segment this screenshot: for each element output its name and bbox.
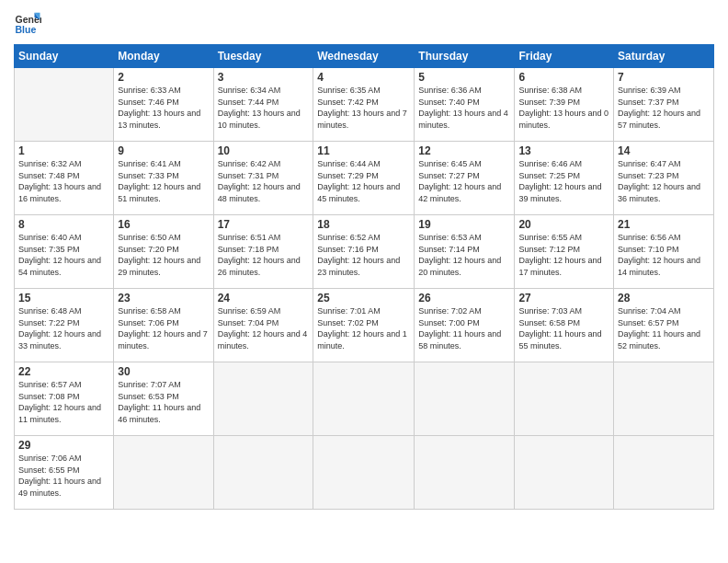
day-info: Sunrise: 6:46 AM Sunset: 7:25 PM Dayligh… (518, 158, 609, 204)
calendar-cell: 21Sunrise: 6:56 AM Sunset: 7:10 PM Dayli… (614, 215, 714, 289)
calendar-week-2: 8Sunrise: 6:40 AM Sunset: 7:35 PM Daylig… (15, 215, 714, 289)
header: General Blue (14, 9, 714, 37)
calendar-cell (15, 68, 114, 142)
day-info: Sunrise: 6:33 AM Sunset: 7:46 PM Dayligh… (118, 85, 209, 131)
day-header-friday: Friday (515, 45, 614, 68)
day-number: 21 (618, 218, 710, 231)
day-number: 25 (317, 292, 410, 304)
calendar-cell: 30Sunrise: 7:07 AM Sunset: 6:53 PM Dayli… (114, 362, 213, 436)
day-info: Sunrise: 6:48 AM Sunset: 7:22 PM Dayligh… (18, 305, 109, 351)
day-number: 22 (18, 365, 109, 378)
day-header-saturday: Saturday (614, 45, 714, 68)
calendar-week-1: 1Sunrise: 6:32 AM Sunset: 7:48 PM Daylig… (15, 142, 714, 215)
day-number: 19 (418, 218, 510, 231)
day-info: Sunrise: 6:34 AM Sunset: 7:44 PM Dayligh… (218, 85, 310, 131)
day-number: 13 (518, 144, 609, 157)
day-info: Sunrise: 6:38 AM Sunset: 7:39 PM Dayligh… (518, 85, 609, 131)
calendar-cell (614, 436, 714, 510)
calendar-cell: 27Sunrise: 7:03 AM Sunset: 6:58 PM Dayli… (515, 289, 614, 362)
day-number: 20 (518, 218, 609, 231)
day-info: Sunrise: 6:47 AM Sunset: 7:23 PM Dayligh… (618, 158, 710, 204)
calendar-cell: 1Sunrise: 6:32 AM Sunset: 7:48 PM Daylig… (15, 142, 114, 215)
day-info: Sunrise: 7:03 AM Sunset: 6:58 PM Dayligh… (518, 305, 609, 351)
calendar-cell (515, 436, 614, 510)
calendar-table: SundayMondayTuesdayWednesdayThursdayFrid… (14, 44, 714, 510)
calendar-cell: 7Sunrise: 6:39 AM Sunset: 7:37 PM Daylig… (614, 68, 714, 142)
day-info: Sunrise: 6:59 AM Sunset: 7:04 PM Dayligh… (218, 305, 310, 351)
day-info: Sunrise: 6:36 AM Sunset: 7:40 PM Dayligh… (418, 85, 510, 131)
day-info: Sunrise: 6:35 AM Sunset: 7:42 PM Dayligh… (317, 85, 410, 131)
day-number: 6 (518, 71, 609, 84)
day-number: 9 (118, 144, 209, 157)
day-info: Sunrise: 6:41 AM Sunset: 7:33 PM Dayligh… (118, 158, 209, 204)
main-container: General Blue SundayMondayTuesdayWednesda… (0, 0, 728, 563)
calendar-cell (313, 362, 415, 436)
calendar-cell: 26Sunrise: 7:02 AM Sunset: 7:00 PM Dayli… (415, 289, 515, 362)
day-info: Sunrise: 6:56 AM Sunset: 7:10 PM Dayligh… (618, 232, 710, 278)
day-info: Sunrise: 7:01 AM Sunset: 7:02 PM Dayligh… (317, 305, 410, 351)
day-info: Sunrise: 6:55 AM Sunset: 7:12 PM Dayligh… (518, 232, 609, 278)
calendar-cell (415, 436, 515, 510)
calendar-cell (313, 436, 415, 510)
calendar-cell: 18Sunrise: 6:52 AM Sunset: 7:16 PM Dayli… (313, 215, 415, 289)
day-number: 14 (618, 144, 710, 157)
calendar-cell: 3Sunrise: 6:34 AM Sunset: 7:44 PM Daylig… (213, 68, 313, 142)
day-number: 16 (118, 218, 209, 231)
calendar-cell: 28Sunrise: 7:04 AM Sunset: 6:57 PM Dayli… (614, 289, 714, 362)
day-number: 30 (118, 365, 209, 378)
calendar-cell (213, 436, 313, 510)
day-info: Sunrise: 6:44 AM Sunset: 7:29 PM Dayligh… (317, 158, 410, 204)
day-number: 23 (118, 292, 209, 304)
day-number: 24 (218, 292, 310, 304)
day-number: 26 (418, 292, 510, 304)
calendar-cell: 12Sunrise: 6:45 AM Sunset: 7:27 PM Dayli… (415, 142, 515, 215)
day-info: Sunrise: 6:32 AM Sunset: 7:48 PM Dayligh… (18, 158, 109, 204)
day-number: 4 (317, 71, 410, 84)
day-info: Sunrise: 7:06 AM Sunset: 6:55 PM Dayligh… (18, 453, 109, 499)
calendar-week-0: 2Sunrise: 6:33 AM Sunset: 7:46 PM Daylig… (15, 68, 714, 142)
day-header-thursday: Thursday (415, 45, 515, 68)
calendar-cell: 20Sunrise: 6:55 AM Sunset: 7:12 PM Dayli… (515, 215, 614, 289)
calendar-cell: 24Sunrise: 6:59 AM Sunset: 7:04 PM Dayli… (213, 289, 313, 362)
day-info: Sunrise: 6:39 AM Sunset: 7:37 PM Dayligh… (618, 85, 710, 131)
day-number: 29 (18, 439, 109, 452)
day-number: 3 (218, 71, 310, 84)
day-number: 10 (218, 144, 310, 157)
day-number: 17 (218, 218, 310, 231)
day-number: 7 (618, 71, 710, 84)
calendar-week-3: 15Sunrise: 6:48 AM Sunset: 7:22 PM Dayli… (15, 289, 714, 362)
day-info: Sunrise: 6:50 AM Sunset: 7:20 PM Dayligh… (118, 232, 209, 278)
calendar-cell: 5Sunrise: 6:36 AM Sunset: 7:40 PM Daylig… (415, 68, 515, 142)
day-info: Sunrise: 7:04 AM Sunset: 6:57 PM Dayligh… (618, 305, 710, 351)
day-header-wednesday: Wednesday (313, 45, 415, 68)
calendar-cell: 8Sunrise: 6:40 AM Sunset: 7:35 PM Daylig… (15, 215, 114, 289)
day-header-tuesday: Tuesday (213, 45, 313, 68)
day-number: 15 (18, 292, 109, 304)
day-info: Sunrise: 6:52 AM Sunset: 7:16 PM Dayligh… (317, 232, 410, 278)
calendar-cell (515, 362, 614, 436)
calendar-cell: 14Sunrise: 6:47 AM Sunset: 7:23 PM Dayli… (614, 142, 714, 215)
day-info: Sunrise: 6:57 AM Sunset: 7:08 PM Dayligh… (18, 379, 109, 425)
calendar-cell: 23Sunrise: 6:58 AM Sunset: 7:06 PM Dayli… (114, 289, 213, 362)
day-info: Sunrise: 7:07 AM Sunset: 6:53 PM Dayligh… (118, 379, 209, 425)
day-info: Sunrise: 6:45 AM Sunset: 7:27 PM Dayligh… (418, 158, 510, 204)
day-number: 18 (317, 218, 410, 231)
calendar-week-4: 22Sunrise: 6:57 AM Sunset: 7:08 PM Dayli… (15, 362, 714, 436)
calendar-cell (213, 362, 313, 436)
day-header-monday: Monday (114, 45, 213, 68)
calendar-cell: 13Sunrise: 6:46 AM Sunset: 7:25 PM Dayli… (515, 142, 614, 215)
day-info: Sunrise: 6:58 AM Sunset: 7:06 PM Dayligh… (118, 305, 209, 351)
calendar-cell: 2Sunrise: 6:33 AM Sunset: 7:46 PM Daylig… (114, 68, 213, 142)
svg-text:Blue: Blue (16, 24, 37, 35)
day-number: 2 (118, 71, 209, 84)
day-info: Sunrise: 7:02 AM Sunset: 7:00 PM Dayligh… (418, 305, 510, 351)
calendar-cell: 4Sunrise: 6:35 AM Sunset: 7:42 PM Daylig… (313, 68, 415, 142)
day-number: 12 (418, 144, 510, 157)
day-info: Sunrise: 6:42 AM Sunset: 7:31 PM Dayligh… (218, 158, 310, 204)
day-number: 28 (618, 292, 710, 304)
calendar-week-5: 29Sunrise: 7:06 AM Sunset: 6:55 PM Dayli… (15, 436, 714, 510)
day-number: 11 (317, 144, 410, 157)
calendar-cell: 6Sunrise: 6:38 AM Sunset: 7:39 PM Daylig… (515, 68, 614, 142)
calendar-cell: 19Sunrise: 6:53 AM Sunset: 7:14 PM Dayli… (415, 215, 515, 289)
day-number: 27 (518, 292, 609, 304)
